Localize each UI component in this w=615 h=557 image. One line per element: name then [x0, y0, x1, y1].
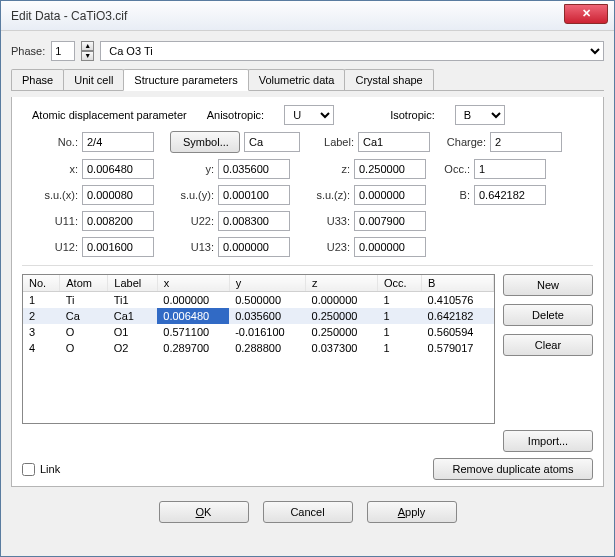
- ok-button[interactable]: OK: [159, 501, 249, 523]
- table-cell[interactable]: 0.500000: [229, 292, 305, 309]
- import-button[interactable]: Import...: [503, 430, 593, 452]
- u22-field[interactable]: [218, 211, 290, 231]
- table-cell[interactable]: 4: [23, 340, 60, 356]
- phase-number-input[interactable]: [51, 41, 75, 61]
- table-cell[interactable]: 0.000000: [306, 292, 378, 309]
- col-header[interactable]: z: [306, 275, 378, 292]
- no-field[interactable]: [82, 132, 154, 152]
- y-label: y:: [158, 163, 214, 175]
- x-field[interactable]: [82, 159, 154, 179]
- aniso-combo[interactable]: U: [284, 105, 334, 125]
- table-cell[interactable]: 0.006480: [157, 308, 229, 324]
- table-row[interactable]: 4OO20.2897000.2888000.03730010.579017: [23, 340, 494, 356]
- u33-field[interactable]: [354, 211, 426, 231]
- table-cell[interactable]: 0.000000: [157, 292, 229, 309]
- label-field[interactable]: [358, 132, 430, 152]
- table-cell[interactable]: O1: [108, 324, 158, 340]
- table-cell[interactable]: 0.560594: [422, 324, 494, 340]
- table-cell[interactable]: 0.035600: [229, 308, 305, 324]
- table-cell[interactable]: Ca1: [108, 308, 158, 324]
- suz-label: s.u.(z):: [294, 189, 350, 201]
- col-header[interactable]: x: [157, 275, 229, 292]
- table-cell[interactable]: O: [60, 324, 108, 340]
- table-cell[interactable]: 1: [377, 340, 421, 356]
- sux-label: s.u.(x):: [22, 189, 78, 201]
- tabs: Phase Unit cell Structure parameters Vol…: [11, 69, 604, 91]
- table-cell[interactable]: 1: [377, 292, 421, 309]
- clear-button[interactable]: Clear: [503, 334, 593, 356]
- table-cell[interactable]: 0.250000: [306, 308, 378, 324]
- no-label: No.:: [22, 136, 78, 148]
- close-button[interactable]: ✕: [564, 4, 608, 24]
- table-row[interactable]: 1TiTi10.0000000.5000000.00000010.410576: [23, 292, 494, 309]
- table-cell[interactable]: 1: [23, 292, 60, 309]
- col-header[interactable]: No.: [23, 275, 60, 292]
- table-cell[interactable]: 0.037300: [306, 340, 378, 356]
- suz-field[interactable]: [354, 185, 426, 205]
- phase-row: Phase: ▲ ▼ Ca O3 Ti: [11, 41, 604, 61]
- b-field[interactable]: [474, 185, 546, 205]
- col-header[interactable]: Occ.: [377, 275, 421, 292]
- col-header[interactable]: y: [229, 275, 305, 292]
- new-button[interactable]: New: [503, 274, 593, 296]
- tab-phase[interactable]: Phase: [11, 69, 64, 90]
- iso-combo[interactable]: B: [455, 105, 505, 125]
- cancel-button[interactable]: Cancel: [263, 501, 353, 523]
- u11-label: U11:: [22, 215, 78, 227]
- table-cell[interactable]: 1: [377, 308, 421, 324]
- table-cell[interactable]: 0.250000: [306, 324, 378, 340]
- symbol-button[interactable]: Symbol...: [170, 131, 240, 153]
- table-area: No.AtomLabelxyzOcc.B 1TiTi10.0000000.500…: [22, 274, 593, 424]
- occ-field[interactable]: [474, 159, 546, 179]
- table-cell[interactable]: O: [60, 340, 108, 356]
- link-checkbox[interactable]: [22, 463, 35, 476]
- table-cell[interactable]: 0.579017: [422, 340, 494, 356]
- u23-field[interactable]: [354, 237, 426, 257]
- link-checkbox-label[interactable]: Link: [22, 463, 60, 476]
- phase-spin-down[interactable]: ▼: [81, 51, 94, 61]
- phase-spin-up[interactable]: ▲: [81, 41, 94, 51]
- suy-field[interactable]: [218, 185, 290, 205]
- table-cell[interactable]: Ca: [60, 308, 108, 324]
- phase-name-combo[interactable]: Ca O3 Ti: [100, 41, 604, 61]
- col-header[interactable]: Label: [108, 275, 158, 292]
- atom-table-wrap[interactable]: No.AtomLabelxyzOcc.B 1TiTi10.0000000.500…: [22, 274, 495, 424]
- content-area: Phase: ▲ ▼ Ca O3 Ti Phase Unit cell Stru…: [1, 31, 614, 556]
- z-field[interactable]: [354, 159, 426, 179]
- table-cell[interactable]: -0.016100: [229, 324, 305, 340]
- delete-button[interactable]: Delete: [503, 304, 593, 326]
- link-text: Link: [40, 463, 60, 475]
- tab-volumetric-data[interactable]: Volumetric data: [248, 69, 346, 90]
- table-cell[interactable]: 1: [377, 324, 421, 340]
- table-cell[interactable]: O2: [108, 340, 158, 356]
- sux-field[interactable]: [82, 185, 154, 205]
- adp-label: Atomic displacement parameter: [32, 109, 187, 121]
- tab-structure-parameters[interactable]: Structure parameters: [123, 69, 248, 91]
- tab-unit-cell[interactable]: Unit cell: [63, 69, 124, 90]
- remove-duplicates-button[interactable]: Remove duplicate atoms: [433, 458, 593, 480]
- table-cell[interactable]: Ti1: [108, 292, 158, 309]
- table-cell[interactable]: 0.642182: [422, 308, 494, 324]
- tab-crystal-shape[interactable]: Crystal shape: [344, 69, 433, 90]
- tab-body: Atomic displacement parameter Anisotropi…: [11, 97, 604, 487]
- apply-button[interactable]: Apply: [367, 501, 457, 523]
- table-cell[interactable]: 3: [23, 324, 60, 340]
- table-cell[interactable]: 0.571100: [157, 324, 229, 340]
- table-cell[interactable]: 0.289700: [157, 340, 229, 356]
- table-cell[interactable]: 0.288800: [229, 340, 305, 356]
- col-header[interactable]: Atom: [60, 275, 108, 292]
- table-cell[interactable]: 2: [23, 308, 60, 324]
- table-cell[interactable]: 0.410576: [422, 292, 494, 309]
- table-cell[interactable]: Ti: [60, 292, 108, 309]
- col-header[interactable]: B: [422, 275, 494, 292]
- symbol-field[interactable]: [244, 132, 300, 152]
- u11-field[interactable]: [82, 211, 154, 231]
- charge-field[interactable]: [490, 132, 562, 152]
- u12-field[interactable]: [82, 237, 154, 257]
- y-field[interactable]: [218, 159, 290, 179]
- divider: [22, 265, 593, 266]
- table-row[interactable]: 3OO10.571100-0.0161000.25000010.560594: [23, 324, 494, 340]
- u23-label: U23:: [294, 241, 350, 253]
- u13-field[interactable]: [218, 237, 290, 257]
- table-row[interactable]: 2CaCa10.0064800.0356000.25000010.642182: [23, 308, 494, 324]
